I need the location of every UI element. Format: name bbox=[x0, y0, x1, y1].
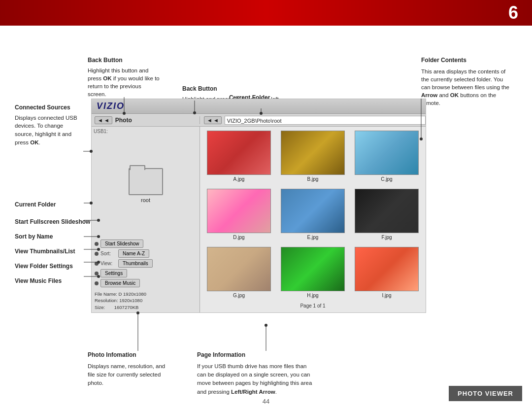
connected-sources-text: Displays connected USB devices. To chang… bbox=[15, 114, 83, 147]
nav-left: ◄ ◄ Photo bbox=[92, 116, 200, 124]
settings-btn[interactable]: Settings bbox=[100, 269, 127, 277]
top-bar: 6 bbox=[0, 0, 532, 26]
dot-music bbox=[95, 281, 99, 285]
thumb-label-2: C.jpg bbox=[381, 176, 392, 182]
size-row: Size: 1607270KB bbox=[95, 304, 197, 310]
size-label: Size: bbox=[95, 305, 105, 310]
thumb-label-7: H.jpg bbox=[307, 293, 318, 298]
sort-row: Sort: Name A-Z bbox=[95, 249, 197, 258]
file-info: File Name: D 1920x1080 Resolution: 1920x… bbox=[95, 291, 197, 310]
thumb-image-4[interactable] bbox=[281, 189, 345, 233]
diagram-area: VIZIO ◄ ◄ Photo ◄ ◄ VIZIO_2GB\Photo\root bbox=[91, 99, 426, 313]
slideshow-btn[interactable]: Start Slideshow bbox=[100, 240, 143, 248]
thumb-image-1[interactable] bbox=[281, 131, 345, 175]
page-info-title: Page Information bbox=[197, 351, 315, 359]
settings-row: Settings bbox=[95, 269, 197, 277]
thumb-item-G-jpg: G.jpg bbox=[204, 247, 274, 301]
panels: USB1: root Start Slideshow Sort: Na bbox=[92, 127, 426, 312]
thumb-item-B-jpg: B.jpg bbox=[278, 131, 348, 185]
resolution-value: 1920x1080 bbox=[119, 298, 142, 303]
main-content: Folder Contents This area displays the c… bbox=[0, 26, 532, 411]
annotation-view-music-files: View Music Files bbox=[15, 277, 62, 285]
thumb-label-8: I.jpg bbox=[382, 293, 392, 298]
thumb-label-4: E.jpg bbox=[307, 235, 319, 240]
connected-sources-title: Connected Sources bbox=[15, 103, 83, 112]
thumb-image-5[interactable] bbox=[355, 189, 419, 233]
dot-view bbox=[95, 262, 99, 266]
annotation-sort-by-name: Sort by Name bbox=[15, 233, 53, 241]
thumb-label-0: A.jpg bbox=[233, 176, 245, 182]
view-music-files-title: View Music Files bbox=[15, 277, 62, 284]
file-name-value: 1920x1080 bbox=[123, 291, 146, 297]
view-btn[interactable]: Thumbnails bbox=[118, 259, 153, 268]
thumb-item-H-jpg: H.jpg bbox=[278, 247, 348, 301]
folder-icon bbox=[129, 168, 163, 195]
annotation-start-fullscreen: Start Fullscreen Slideshow bbox=[15, 218, 90, 226]
photo-info-text: Displays name, resolution, and file size… bbox=[88, 362, 174, 388]
current-folder-left-title: Current Folder bbox=[15, 201, 56, 208]
sort-by-name-title: Sort by Name bbox=[15, 233, 53, 240]
thumb-item-E-jpg: E.jpg bbox=[278, 189, 348, 243]
view-row: View: Thumbnails bbox=[95, 259, 197, 268]
thumb-image-8[interactable] bbox=[355, 247, 419, 291]
view-label: View: bbox=[100, 261, 116, 266]
back-btn-right[interactable]: ◄ ◄ bbox=[204, 116, 222, 124]
back-btn-left-text: Highlight this button and press OK if yo… bbox=[88, 67, 161, 98]
annotation-photo-info: Photo Infomation Displays name, resoluti… bbox=[88, 351, 174, 388]
thumb-item-I-jpg: I.jpg bbox=[352, 247, 422, 301]
folder-contents-text: This area displays the contents of the c… bbox=[421, 68, 512, 107]
sort-btn[interactable]: Name A-Z bbox=[118, 249, 149, 258]
thumb-item-C-jpg: C.jpg bbox=[352, 131, 422, 185]
right-panel: A.jpgB.jpgC.jpgD.jpgE.jpgF.jpgG.jpgH.jpg… bbox=[200, 127, 426, 312]
vizio-logo: VIZIO bbox=[97, 101, 125, 111]
back-arrow-right: ◄ bbox=[207, 117, 212, 123]
file-name-row: File Name: D 1920x1080 bbox=[95, 291, 197, 297]
back-btn-left-title: Back Button bbox=[88, 56, 161, 65]
music-row: Browse Music bbox=[95, 279, 197, 287]
photo-info-title: Photo Infomation bbox=[88, 351, 174, 359]
thumb-label-3: D.jpg bbox=[233, 235, 244, 240]
annotation-view-folder-settings: View Folder Settings bbox=[15, 262, 73, 271]
annotation-view-thumbnails: View Thumbnails/List bbox=[15, 247, 75, 256]
back-arrow-right2: ◄ bbox=[213, 117, 219, 123]
usb-label: USB1: bbox=[94, 129, 198, 134]
thumb-image-3[interactable] bbox=[207, 189, 271, 233]
thumb-label-6: G.jpg bbox=[233, 293, 245, 298]
photo-viewer-badge: PHOTO VIEWER bbox=[449, 386, 522, 401]
file-name-label: File Name: D bbox=[95, 291, 122, 297]
left-panel: USB1: root Start Slideshow Sort: Na bbox=[92, 127, 200, 312]
vizio-header: VIZIO bbox=[92, 99, 426, 114]
dot-slideshow bbox=[95, 242, 99, 246]
folder-icon-area: root bbox=[94, 135, 198, 240]
resolution-row: Resolution: 1920x1080 bbox=[95, 297, 197, 304]
resolution-label: Resolution: bbox=[95, 298, 118, 303]
thumbnail-grid: A.jpgB.jpgC.jpgD.jpgE.jpgF.jpgG.jpgH.jpg… bbox=[204, 131, 422, 301]
annotation-folder-contents: Folder Contents This area displays the c… bbox=[421, 56, 512, 107]
page-number: 44 bbox=[263, 398, 269, 405]
view-thumbnails-title: View Thumbnails/List bbox=[15, 248, 75, 255]
nav-right: ◄ ◄ VIZIO_2GB\Photo\root bbox=[200, 116, 426, 125]
annotation-back-button-left: Back Button Highlight this button and pr… bbox=[88, 56, 161, 98]
thumb-image-2[interactable] bbox=[355, 131, 419, 175]
slideshow-row: Start Slideshow bbox=[95, 240, 197, 248]
thumb-item-D-jpg: D.jpg bbox=[204, 189, 274, 243]
back-btn-left[interactable]: ◄ ◄ bbox=[95, 116, 112, 124]
thumb-item-F-jpg: F.jpg bbox=[352, 189, 422, 243]
page-info: Page 1 of 1 bbox=[204, 303, 422, 308]
annotation-current-folder-left: Current Folder bbox=[15, 201, 56, 209]
thumb-image-6[interactable] bbox=[207, 247, 271, 291]
thumb-label-1: B.jpg bbox=[307, 176, 319, 182]
view-folder-settings-title: View Folder Settings bbox=[15, 263, 73, 270]
chapter-number: 6 bbox=[508, 2, 518, 23]
music-btn[interactable]: Browse Music bbox=[100, 279, 140, 287]
size-value: 1607270KB bbox=[114, 305, 139, 310]
page-info-text: If your USB thumb drive has more files t… bbox=[197, 362, 315, 396]
sort-label: Sort: bbox=[100, 251, 116, 256]
thumb-image-7[interactable] bbox=[281, 247, 345, 291]
folder-name: root bbox=[141, 197, 150, 203]
left-controls: Start Slideshow Sort: Name A-Z View: Thu… bbox=[94, 240, 198, 310]
nav-bar: ◄ ◄ Photo ◄ ◄ VIZIO_2GB\Photo\root bbox=[92, 114, 426, 127]
thumb-image-0[interactable] bbox=[207, 131, 271, 175]
thumb-item-A-jpg: A.jpg bbox=[204, 131, 274, 185]
annotation-connected-sources: Connected Sources Displays connected USB… bbox=[15, 103, 83, 146]
